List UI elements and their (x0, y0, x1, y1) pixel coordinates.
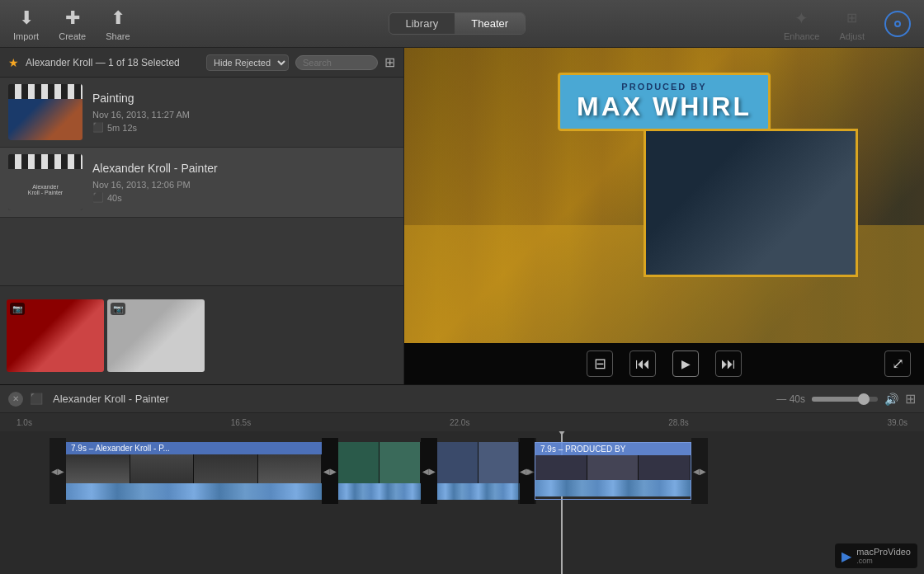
share-button[interactable]: ⬆ Share (106, 7, 130, 41)
theater-tab[interactable]: Theater (455, 13, 525, 34)
right-handle-4[interactable]: ◀▶ (691, 438, 708, 504)
item-info: Alexander Kroll - Painter Nov 16, 2013, … (92, 162, 395, 203)
filmstrip-area: 📷 📷 (0, 285, 403, 384)
import-button[interactable]: ⬇ Import (13, 7, 39, 41)
timeline: ✕ ⬛ Alexander Kroll - Painter — 40s 🔊 ⊞ … (0, 384, 924, 574)
enhance-button[interactable]: ✦ Enhance (784, 7, 819, 41)
logo-icon: ▶ (842, 548, 851, 564)
left-panel: ★ Alexander Kroll — 1 of 18 Selected Hid… (0, 48, 404, 384)
create-button[interactable]: ✚ Create (59, 7, 86, 41)
film-strip-icon: ⬛ (30, 393, 43, 405)
import-label: Import (13, 31, 39, 41)
clip-audio (66, 483, 322, 500)
frame-back-button[interactable]: ⊟ (587, 351, 613, 377)
adjust-button[interactable]: ⊞ Adjust (839, 7, 865, 41)
handle-arrows: ◀▶ (693, 467, 706, 476)
clip-body (66, 454, 322, 483)
play-button[interactable]: ▶ (672, 351, 699, 377)
clip-group-4: ◀▶ 7.9s – PRODUCED BY ◀▶ (518, 438, 708, 504)
toolbar-left: ⬇ Import ✚ Create ⬆ Share (13, 7, 130, 41)
film-icon: ⬛ (92, 192, 104, 203)
item-date: Nov 16, 2013, 11:27 AM (92, 110, 395, 120)
create-icon: ✚ (61, 7, 84, 30)
preview-canvas: PRODUCED BY MAX WHIRL (404, 48, 924, 343)
left-handle-1[interactable]: ◀▶ (50, 438, 66, 504)
logo-brand: macProVideo (856, 547, 911, 557)
clip-group-2: ◀▶ ◀▶ (322, 438, 437, 504)
left-handle-4[interactable]: ◀▶ (518, 438, 535, 504)
library-list: Painting Nov 16, 2013, 11:27 AM ⬛ 5m 12s… (0, 78, 403, 285)
item-thumbnail (8, 84, 82, 140)
strip-thumbnail[interactable]: 📷 (7, 299, 104, 372)
video-preview: PRODUCED BY MAX WHIRL ⊟ ⏮ ▶ ⏭ ⤢ (404, 48, 924, 384)
adjust-label: Adjust (839, 31, 865, 41)
person-name: Alexander Kroll (26, 57, 92, 68)
clip-2[interactable] (338, 442, 421, 500)
skip-forward-button[interactable]: ⏭ (715, 351, 742, 377)
grid-timeline-icon[interactable]: ⊞ (905, 391, 916, 407)
create-label: Create (59, 31, 86, 41)
ruler-mark: 28.8s (668, 418, 688, 427)
title-card: PRODUCED BY MAX WHIRL (558, 73, 771, 131)
clip-group-1: ◀▶ 7.9s – Alexander Kroll - P... ◀▶ (50, 438, 338, 504)
enhance-label: Enhance (784, 31, 819, 41)
item-title: Painting (92, 92, 395, 105)
timeline-header: ✕ ⬛ Alexander Kroll - Painter — 40s 🔊 ⊞ (0, 385, 924, 413)
clip-1[interactable]: 7.9s – Alexander Kroll - P... (66, 442, 322, 500)
volume-slider[interactable] (812, 397, 878, 402)
volume-knob[interactable] (858, 393, 870, 405)
hide-rejected-select[interactable]: Hide Rejected (206, 54, 289, 71)
library-tab[interactable]: Library (389, 13, 455, 34)
ruler-marks: 1.0s 16.5s 22.0s 28.8s 39.0s (16, 418, 908, 427)
share-icon: ⬆ (106, 7, 130, 30)
main-content: ★ Alexander Kroll — 1 of 18 Selected Hid… (0, 48, 924, 384)
left-handle-2[interactable]: ◀▶ (322, 438, 338, 504)
item-duration: ⬛ 40s (92, 192, 395, 203)
inner-video (644, 129, 858, 277)
search-input[interactable] (295, 55, 378, 70)
item-duration: ⬛ 5m 12s (92, 122, 395, 133)
selection-count: 1 of 18 Selected (108, 57, 180, 68)
view-toggle[interactable]: Library Theater (389, 12, 526, 35)
share-label: Share (106, 31, 130, 41)
filter-label: Alexander Kroll — 1 of 18 Selected (26, 57, 200, 68)
audio-wave (66, 483, 322, 500)
audio-wave (338, 483, 421, 500)
adjust-icon: ⊞ (841, 7, 864, 30)
grid-view-icon[interactable]: ⊞ (384, 54, 395, 70)
film-icon: ⬛ (92, 122, 104, 133)
item-date: Nov 16, 2013, 12:06 PM (92, 180, 395, 190)
left-handle-3[interactable]: ◀▶ (421, 438, 437, 504)
handle-arrows: ◀▶ (520, 467, 533, 476)
ruler-mark: 39.0s (888, 418, 908, 427)
strip-thumbnail[interactable]: 📷 (107, 299, 205, 372)
camera-badge: 📷 (111, 303, 125, 315)
max-whirl-text: MAX WHIRL (577, 92, 752, 122)
import-icon: ⬇ (15, 7, 38, 30)
preview-controls: ⊟ ⏮ ▶ ⏭ ⤢ (404, 343, 924, 384)
toolbar-center: Library Theater (147, 12, 767, 35)
fullscreen-button[interactable]: ⤢ (884, 351, 911, 377)
close-button[interactable]: ✕ (8, 392, 23, 407)
camera-badge: 📷 (10, 303, 25, 315)
filter-bar: ★ Alexander Kroll — 1 of 18 Selected Hid… (0, 48, 403, 78)
skip-back-button[interactable]: ⏮ (629, 351, 656, 377)
toolbar-right: ✦ Enhance ⊞ Adjust (784, 7, 911, 41)
item-info: Painting Nov 16, 2013, 11:27 AM ⬛ 5m 12s (92, 92, 395, 133)
duration-value: 40s (107, 193, 122, 203)
handle-arrows: ◀▶ (51, 467, 64, 476)
clip-label: 7.9s – Alexander Kroll - P... (66, 442, 322, 454)
clip-4[interactable]: 7.9s – PRODUCED BY (535, 442, 691, 500)
library-item[interactable]: AlexanderKroll - Painter Alexander Kroll… (0, 148, 403, 218)
clip-audio (437, 483, 520, 500)
timeline-duration: — 40s (776, 393, 805, 405)
playhead-marker (556, 431, 568, 435)
library-item[interactable]: Painting Nov 16, 2013, 11:27 AM ⬛ 5m 12s (0, 78, 403, 148)
ruler-mark: 16.5s (231, 418, 251, 427)
timeline-ruler: 1.0s 16.5s 22.0s 28.8s 39.0s (0, 413, 924, 431)
activity-indicator (884, 11, 911, 37)
ruler-mark: 1.0s (16, 418, 32, 427)
inner-video-content (646, 131, 856, 275)
logo-text-block: macProVideo .com (856, 547, 911, 565)
clip-3[interactable] (437, 442, 520, 500)
